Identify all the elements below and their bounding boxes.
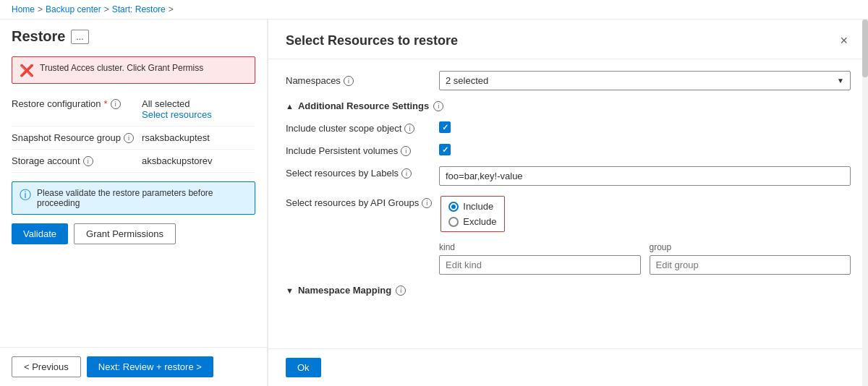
include-cluster-scope-label: Include cluster scope object i <box>286 121 430 134</box>
left-content: ❌ Trusted Acces cluster. Click Grant Per… <box>0 51 267 347</box>
breadcrumb-home[interactable]: Home <box>12 4 35 14</box>
breadcrumb: Home > Backup center > Start: Restore > <box>0 0 868 20</box>
radio-include-inner <box>451 205 456 209</box>
previous-button[interactable]: < Previous <box>12 356 81 377</box>
info-icon-blue: ⓘ <box>20 188 31 203</box>
api-groups-control: Include Exclude <box>441 196 851 232</box>
required-star: * <box>104 98 108 109</box>
cluster-scope-checkbox[interactable] <box>439 121 451 133</box>
modal-panel: Select Resources to restore × Namespaces… <box>268 20 868 386</box>
close-button[interactable]: × <box>837 31 851 50</box>
chevron-down-icon: ▼ <box>837 77 844 85</box>
radio-exclude[interactable]: Exclude <box>448 216 496 227</box>
info-text: Please validate the restore parameters b… <box>37 188 247 208</box>
group-col: group <box>650 242 851 275</box>
labels-input[interactable] <box>439 166 851 186</box>
more-button[interactable]: ... <box>71 30 88 44</box>
snapshot-rg-value: rsaksbackuptest <box>142 132 255 143</box>
info-icon-storage[interactable]: i <box>83 156 93 166</box>
breadcrumb-start-restore[interactable]: Start: Restore <box>112 4 166 14</box>
scrollbar-track[interactable] <box>862 20 868 386</box>
info-icon-restore[interactable]: i <box>111 99 121 109</box>
api-groups-label: Select resources by API Groups i <box>286 196 432 208</box>
breadcrumb-sep-2: > <box>104 4 109 14</box>
group-input[interactable] <box>650 255 851 275</box>
left-panel: Restore ... ❌ Trusted Acces cluster. Cli… <box>0 20 268 386</box>
restore-config-value: All selected Select resources <box>142 98 255 120</box>
select-resources-link[interactable]: Select resources <box>142 109 255 120</box>
radio-include-outer <box>448 202 459 212</box>
snapshot-rg-row: Snapshot Resource group i rsaksbackuptes… <box>12 126 255 150</box>
api-groups-radio-group: Include Exclude <box>441 196 504 232</box>
include-cluster-scope-row: Include cluster scope object i <box>286 121 851 134</box>
breadcrumb-backup-center[interactable]: Backup center <box>46 4 101 14</box>
group-label: group <box>650 242 851 252</box>
bottom-nav: < Previous Next: Review + restore > <box>0 347 267 386</box>
storage-account-row: Storage account i aksbackupstorev <box>12 150 255 173</box>
info-icon-namespaces[interactable]: i <box>344 76 354 86</box>
collapse-icon: ▲ <box>286 102 294 111</box>
kind-input[interactable] <box>439 255 641 275</box>
restore-config-label: Restore configuration * i <box>12 98 142 109</box>
grant-permissions-button[interactable]: Grant Permissions <box>74 223 176 244</box>
include-pv-control <box>439 144 851 155</box>
storage-account-value: aksbackupstorev <box>142 155 255 166</box>
kind-group-row: kind group <box>439 242 851 275</box>
left-header: Restore ... <box>0 20 267 51</box>
info-icon-cluster-scope[interactable]: i <box>404 124 414 134</box>
ok-button[interactable]: Ok <box>286 358 321 377</box>
modal-title: Select Resources to restore <box>286 33 458 48</box>
namespaces-select[interactable]: 2 selected ▼ <box>439 71 851 90</box>
include-pv-label: Include Persistent volumes i <box>286 144 430 156</box>
info-icon-snapshot[interactable]: i <box>124 133 134 143</box>
scrollbar-thumb[interactable] <box>862 20 868 77</box>
validate-button[interactable]: Validate <box>12 223 68 244</box>
restore-config-row: Restore configuration * i All selected S… <box>12 93 255 126</box>
breadcrumb-sep-1: > <box>38 4 43 14</box>
info-icon-labels[interactable]: i <box>401 168 412 179</box>
namespaces-row: Namespaces i 2 selected ▼ <box>286 71 851 90</box>
include-cluster-scope-control <box>439 121 851 133</box>
radio-include[interactable]: Include <box>448 201 496 212</box>
labels-row: Select resources by Labels i <box>286 166 851 186</box>
info-icon-namespace-mapping[interactable]: i <box>396 286 406 296</box>
info-icon-pv[interactable]: i <box>401 146 411 156</box>
error-icon: ❌ <box>20 64 34 77</box>
kind-col: kind <box>439 242 641 275</box>
labels-control <box>439 166 851 186</box>
namespaces-label: Namespaces i <box>286 75 430 86</box>
pv-checkbox[interactable] <box>439 144 451 155</box>
snapshot-rg-label: Snapshot Resource group i <box>12 132 142 143</box>
info-icon-additional[interactable]: i <box>433 101 443 111</box>
storage-account-label: Storage account i <box>12 155 142 166</box>
namespace-mapping-section[interactable]: ▼ Namespace Mapping i <box>286 285 851 296</box>
api-groups-row: Select resources by API Groups i Include <box>286 196 851 232</box>
additional-settings-section[interactable]: ▲ Additional Resource Settings i <box>286 100 851 111</box>
labels-label: Select resources by Labels i <box>286 166 430 179</box>
expand-icon: ▼ <box>286 286 294 295</box>
page-title: Restore <box>12 28 65 45</box>
modal-header: Select Resources to restore × <box>268 20 868 59</box>
error-banner: ❌ Trusted Acces cluster. Click Grant Per… <box>12 56 255 84</box>
include-pv-row: Include Persistent volumes i <box>286 144 851 156</box>
kind-label: kind <box>439 242 641 252</box>
modal-body: Namespaces i 2 selected ▼ ▲ Additional R… <box>268 59 868 348</box>
breadcrumb-sep-3: > <box>169 4 174 14</box>
next-button[interactable]: Next: Review + restore > <box>87 356 213 377</box>
error-text: Trusted Acces cluster. Click Grant Permi… <box>40 63 203 73</box>
info-icon-api-groups[interactable]: i <box>422 198 432 208</box>
info-banner: ⓘ Please validate the restore parameters… <box>12 181 255 215</box>
modal-footer: Ok <box>268 348 868 386</box>
radio-exclude-outer <box>448 217 459 227</box>
